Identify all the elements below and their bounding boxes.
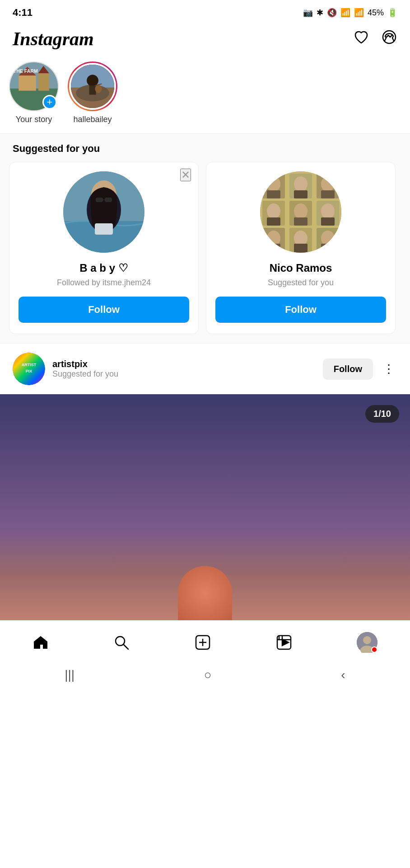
nav-home-button[interactable] [25,631,56,654]
svg-rect-21 [96,198,103,202]
home-button[interactable]: ○ [204,668,212,682]
svg-point-67 [363,636,371,644]
system-nav: ||| ○ ‹ [0,661,410,693]
heart-icon[interactable] [353,29,369,49]
artistpix-subtitle: Suggested for you [52,369,316,379]
suggested-header: Suggested for you [0,143,410,162]
svg-text:PIX: PIX [26,369,33,373]
post-area: 1/10 [0,394,410,620]
svg-point-12 [87,75,98,86]
artist-row: ARTIST PIX artistpix Suggested for you F… [0,343,410,394]
nico-avatar [260,171,341,253]
suggested-section: Suggested for you ✕ [0,133,410,343]
svg-point-51 [321,231,335,246]
artistpix-avatar: ARTIST PIX [13,353,45,385]
profile-nav-avatar [357,632,377,653]
hallebailey-avatar-bg [71,65,114,108]
svg-rect-52 [321,244,335,253]
svg-point-0 [383,31,396,43]
hallebailey-avatar-wrap [68,61,117,111]
nav-icons [353,29,397,49]
status-icons: 📷 ✱ 🔇 📶 📶 45% 🔋 [303,8,397,18]
svg-rect-40 [294,217,308,226]
svg-rect-31 [294,190,308,198]
post-counter: 1/10 [365,405,399,423]
svg-rect-37 [267,217,280,226]
svg-line-57 [124,645,128,649]
svg-point-45 [267,231,280,246]
your-story-label: Your story [16,115,52,124]
suggested-card-baby: ✕ [9,162,199,334]
suggested-card-nico: Nico Ramos Suggested for you Follow [206,162,396,334]
messenger-icon[interactable] [381,29,397,49]
svg-rect-34 [321,190,335,198]
story-item-your-story[interactable]: THE FARM + Your story [9,61,59,124]
close-baby-card-button[interactable]: ✕ [180,169,191,181]
artistpix-username: artistpix [52,359,316,369]
artistpix-avatar-inner: ARTIST PIX [13,353,45,385]
svg-rect-5 [38,73,49,91]
baby-subtitle: Followed by itsme.jhem24 [57,278,151,288]
svg-rect-13 [89,85,96,94]
suggested-cards: ✕ [0,162,410,334]
svg-rect-43 [321,217,335,226]
stories-row: THE FARM + Your story [0,57,410,133]
status-time: 4:11 [13,7,33,19]
your-story-avatar-wrap: THE FARM + [9,61,59,111]
signal-icon: 📶 [354,8,364,18]
nav-search-button[interactable] [106,631,137,654]
baby-name: B a b y ♡ [79,262,128,274]
profile-notification-dot [371,646,377,653]
bluetooth-icon: ✱ [317,8,323,18]
svg-text:THE FARM: THE FARM [14,68,38,74]
baby-avatar [63,171,144,253]
hallebailey-story-ring [68,61,117,111]
menu-button[interactable]: ||| [65,668,75,682]
svg-point-56 [116,637,125,646]
follow-nico-button[interactable]: Follow [215,297,386,323]
mute-icon: 🔇 [327,8,337,18]
svg-point-27 [267,176,280,192]
nico-subtitle: Suggested for you [268,278,334,288]
svg-point-36 [267,203,280,219]
svg-point-30 [294,176,308,192]
hallebailey-ring-inner [69,63,116,110]
svg-text:ARTIST: ARTIST [22,363,37,367]
svg-point-48 [294,231,308,246]
nico-name: Nico Ramos [270,262,332,274]
camera-icon: 📷 [303,8,313,18]
artist-info: artistpix Suggested for you [52,359,316,379]
story-item-hallebailey[interactable]: hallebailey [68,61,117,124]
instagram-logo: Instagram [13,28,94,50]
svg-rect-46 [267,244,280,253]
top-nav: Instagram [0,24,410,57]
svg-rect-24 [95,223,113,235]
nav-add-button[interactable] [187,631,218,654]
hallebailey-label: hallebailey [73,115,112,124]
svg-rect-22 [105,198,112,202]
follow-artistpix-button[interactable]: Follow [323,359,373,380]
svg-point-39 [294,203,308,219]
svg-point-33 [321,176,335,192]
status-bar: 4:11 📷 ✱ 🔇 📶 📶 45% 🔋 [0,0,410,24]
svg-point-42 [321,203,335,219]
back-button[interactable]: ‹ [341,668,345,682]
wifi-icon: 📶 [340,8,350,18]
bottom-nav [0,620,410,661]
post-bottom-figure [178,566,232,620]
svg-rect-28 [267,190,280,198]
add-story-badge[interactable]: + [42,95,57,109]
nav-profile-button[interactable] [349,628,385,656]
follow-baby-button[interactable]: Follow [19,297,189,323]
svg-point-14 [95,85,102,93]
battery-level: 45% [368,8,384,18]
more-options-button[interactable]: ⋮ [380,362,397,376]
svg-rect-3 [19,75,36,91]
battery-icon: 🔋 [387,8,397,18]
nav-reels-button[interactable] [269,631,299,654]
svg-rect-49 [294,244,308,253]
